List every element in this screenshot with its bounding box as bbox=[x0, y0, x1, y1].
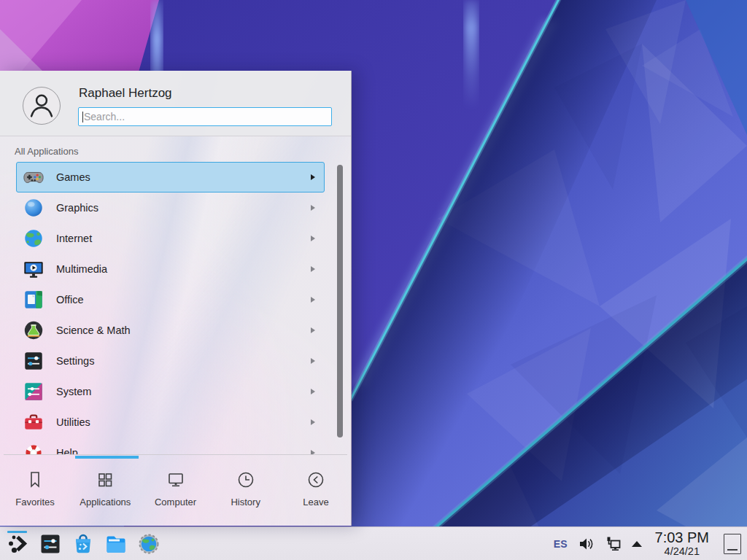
category-label: Multimedia bbox=[56, 263, 311, 275]
globe-icon bbox=[23, 228, 44, 249]
tab-history[interactable]: History bbox=[211, 459, 281, 526]
system-sliders-icon bbox=[23, 381, 44, 402]
chevron-right-icon bbox=[311, 236, 315, 241]
show-desktop-button[interactable] bbox=[724, 534, 741, 554]
category-label: Settings bbox=[56, 355, 311, 367]
category-label: Internet bbox=[56, 233, 311, 244]
section-label: All Applications bbox=[15, 146, 78, 157]
clock-date: 4/24/21 bbox=[665, 546, 700, 557]
launcher-tabbar: Favorites Applications Computer bbox=[0, 459, 351, 526]
taskbar-file-manager-button[interactable] bbox=[104, 530, 127, 558]
tab-leave[interactable]: Leave bbox=[281, 459, 351, 526]
tab-label: Computer bbox=[155, 497, 196, 508]
category-label: Science & Math bbox=[56, 324, 311, 336]
text-cursor bbox=[82, 112, 83, 122]
taskbar-system-settings-button[interactable] bbox=[39, 530, 61, 558]
list-scrollbar[interactable] bbox=[337, 165, 343, 438]
category-row-system[interactable]: System bbox=[16, 376, 325, 407]
category-label: Games bbox=[56, 171, 311, 183]
category-list: Games Graphics bbox=[0, 162, 351, 454]
user-name: Raphael Hertzog bbox=[79, 86, 172, 101]
chevron-right-icon bbox=[311, 358, 315, 364]
tab-label: Favorites bbox=[15, 497, 54, 508]
tab-computer[interactable]: Computer bbox=[140, 459, 210, 526]
category-row-science[interactable]: Science & Math bbox=[16, 315, 325, 346]
person-icon bbox=[23, 88, 60, 124]
expand-tray-arrow[interactable] bbox=[632, 541, 642, 547]
folder-icon bbox=[105, 533, 127, 555]
sliders-icon bbox=[23, 350, 44, 372]
flask-icon bbox=[23, 319, 44, 341]
search-input[interactable]: Search... bbox=[78, 107, 332, 126]
chevron-right-icon bbox=[311, 205, 315, 211]
chevron-right-icon bbox=[311, 297, 315, 303]
taskbar-discover-button[interactable] bbox=[71, 530, 94, 558]
volume-icon[interactable] bbox=[578, 537, 594, 551]
gamepad-icon bbox=[23, 166, 44, 188]
chevron-right-icon bbox=[311, 327, 315, 333]
category-row-help[interactable]: Help bbox=[16, 438, 325, 454]
shopping-bag-icon bbox=[72, 533, 94, 555]
category-label: Office bbox=[56, 294, 311, 306]
search-placeholder: Search... bbox=[84, 111, 125, 122]
kickoff-icon bbox=[7, 533, 28, 555]
chevron-right-icon bbox=[311, 419, 315, 425]
application-launcher-menu: Raphael Hertzog Search... All Applicatio… bbox=[0, 71, 352, 526]
keyboard-layout-indicator[interactable]: ES bbox=[554, 538, 568, 550]
monitor-play-icon bbox=[23, 258, 44, 280]
system-tray: ES 7:03 PM 4/24/21 bbox=[554, 530, 747, 557]
chevron-right-icon bbox=[311, 389, 315, 394]
settings-sliders-icon bbox=[39, 533, 61, 555]
digital-clock[interactable]: 7:03 PM 4/24/21 bbox=[655, 530, 709, 557]
category-row-games[interactable]: Games bbox=[16, 162, 325, 192]
clock-time: 7:03 PM bbox=[655, 530, 709, 545]
tab-applications[interactable]: Applications bbox=[70, 459, 140, 526]
category-label: System bbox=[56, 386, 311, 397]
computer-icon bbox=[166, 470, 186, 490]
taskbar-launcher-button[interactable] bbox=[6, 530, 28, 558]
taskbar-app-icons bbox=[0, 530, 160, 558]
category-row-multimedia[interactable]: Multimedia bbox=[16, 254, 325, 284]
category-row-utilities[interactable]: Utilities bbox=[16, 407, 325, 438]
tab-label: Applications bbox=[80, 497, 131, 508]
wired-network-icon[interactable] bbox=[605, 536, 621, 551]
category-row-office[interactable]: Office bbox=[16, 284, 325, 315]
show-desktop-glyph bbox=[727, 549, 738, 551]
sphere-icon bbox=[23, 197, 44, 219]
tabbar-separator bbox=[4, 454, 347, 455]
grid-icon bbox=[95, 470, 115, 490]
document-icon bbox=[23, 289, 44, 311]
history-clock-icon bbox=[236, 470, 256, 490]
category-row-internet[interactable]: Internet bbox=[16, 223, 325, 254]
bookmark-icon bbox=[25, 470, 45, 490]
category-label: Graphics bbox=[56, 202, 311, 214]
globe-gear-icon bbox=[138, 533, 160, 555]
taskbar-web-browser-button[interactable] bbox=[137, 530, 160, 558]
launcher-header: Raphael Hertzog Search... bbox=[0, 71, 351, 136]
category-label: Help bbox=[56, 447, 311, 454]
chevron-right-icon bbox=[311, 174, 315, 180]
user-avatar[interactable] bbox=[23, 87, 61, 125]
category-row-graphics[interactable]: Graphics bbox=[16, 192, 325, 223]
chevron-right-icon bbox=[311, 266, 315, 272]
tab-label: History bbox=[231, 497, 260, 508]
toolbox-icon bbox=[23, 411, 44, 433]
category-label: Utilities bbox=[56, 416, 311, 428]
active-tab-indicator bbox=[75, 456, 139, 459]
tab-favorites[interactable]: Favorites bbox=[0, 459, 70, 526]
active-app-indicator bbox=[7, 531, 27, 533]
lifebuoy-icon bbox=[23, 442, 44, 454]
taskbar: ES 7:03 PM 4/24/21 bbox=[0, 526, 747, 560]
tab-label: Leave bbox=[303, 497, 328, 508]
category-row-settings[interactable]: Settings bbox=[16, 346, 325, 376]
leave-icon bbox=[306, 470, 326, 490]
